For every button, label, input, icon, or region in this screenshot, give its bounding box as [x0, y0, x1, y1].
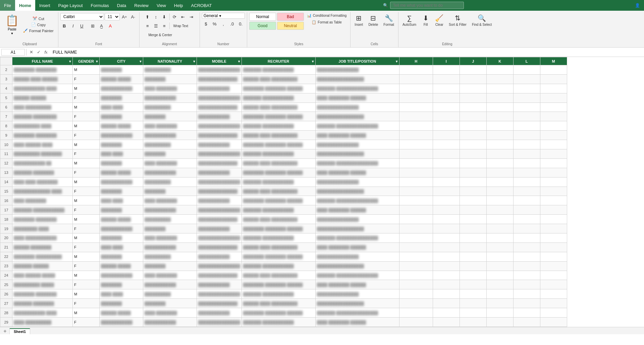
row-number[interactable]: 16 [0, 196, 12, 205]
table-cell[interactable] [460, 196, 486, 205]
table-cell[interactable] [540, 205, 567, 215]
find-select-button[interactable]: 🔍 Find & Select [470, 13, 494, 28]
table-cell[interactable]: ████████████ [197, 252, 242, 261]
table-cell[interactable]: ███████████████ [197, 299, 242, 308]
table-cell[interactable]: ████ ████████████ [12, 233, 73, 243]
table-cell[interactable] [486, 261, 513, 271]
table-cell[interactable] [486, 233, 513, 243]
table-cell[interactable]: ███████ ████████████ [241, 289, 315, 299]
table-cell[interactable]: ███████████████ [197, 215, 242, 224]
row-number[interactable]: 22 [0, 252, 12, 261]
table-cell[interactable]: ████████████ [143, 168, 197, 177]
table-cell[interactable]: ████ ████ [100, 149, 143, 159]
table-cell[interactable]: ████████ [100, 205, 143, 215]
table-cell[interactable] [486, 131, 513, 140]
table-cell[interactable] [460, 280, 486, 289]
table-cell[interactable]: ████████ [100, 112, 143, 121]
table-cell[interactable]: F [73, 243, 100, 252]
table-cell[interactable]: F [73, 112, 100, 121]
table-cell[interactable] [486, 280, 513, 289]
table-cell[interactable]: ████████████ [143, 131, 197, 140]
formula-cancel-icon[interactable]: ✕ [28, 49, 35, 56]
table-cell[interactable]: ████████ [100, 280, 143, 289]
table-cell[interactable] [399, 102, 433, 112]
table-cell[interactable] [486, 224, 513, 233]
table-cell[interactable]: ██████ █████ [100, 261, 143, 271]
table-cell[interactable] [486, 196, 513, 205]
formula-function-icon[interactable]: fx [43, 49, 49, 56]
menu-file[interactable]: File [0, 0, 15, 11]
table-cell[interactable] [540, 299, 567, 308]
table-cell[interactable]: ██████ █████ [100, 168, 143, 177]
col-header-B[interactable]: GENDER ▼ [73, 57, 100, 65]
table-cell[interactable] [433, 233, 460, 243]
table-cell[interactable] [433, 205, 460, 215]
table-cell[interactable] [433, 158, 460, 168]
table-cell[interactable]: ████████████████ [315, 177, 399, 187]
table-cell[interactable]: F [73, 168, 100, 177]
table-cell[interactable] [399, 177, 433, 187]
table-cell[interactable]: ████████████████ [315, 252, 399, 261]
table-cell[interactable]: ███████ ████████████ [241, 177, 315, 187]
table-cell[interactable]: ████ ██████████ [12, 318, 73, 327]
menu-page-layout[interactable]: Page Layout [54, 0, 87, 11]
row-number[interactable]: 26 [0, 289, 12, 299]
table-cell[interactable] [513, 74, 540, 84]
table-cell[interactable] [460, 308, 486, 318]
table-cell[interactable] [486, 215, 513, 224]
table-cell[interactable] [460, 233, 486, 243]
accounting-button[interactable]: $ [202, 20, 210, 28]
table-cell[interactable] [486, 149, 513, 159]
row-number[interactable]: 29 [0, 318, 12, 327]
table-cell[interactable]: ████████████ ██ [12, 158, 73, 168]
table-cell[interactable] [540, 177, 567, 187]
table-cell[interactable] [486, 84, 513, 93]
table-cell[interactable]: ████████████ [197, 84, 242, 93]
table-cell[interactable] [540, 65, 567, 75]
col-header-A[interactable]: FULL NAME ▼ [12, 57, 73, 65]
table-cell[interactable] [399, 158, 433, 168]
table-cell[interactable]: ████████████ [100, 177, 143, 187]
table-cell[interactable] [513, 271, 540, 280]
merge-center-button[interactable]: Merge & Center [144, 31, 177, 39]
table-cell[interactable] [460, 205, 486, 215]
table-cell[interactable]: ████████████████ [197, 318, 242, 327]
table-cell[interactable] [513, 215, 540, 224]
table-cell[interactable] [540, 149, 567, 159]
table-cell[interactable]: ████████ [143, 74, 197, 84]
row-number[interactable]: 23 [0, 261, 12, 271]
table-cell[interactable] [399, 131, 433, 140]
table-cell[interactable] [540, 261, 567, 271]
table-cell[interactable] [433, 252, 460, 261]
table-cell[interactable] [540, 140, 567, 149]
table-cell[interactable]: ██████ ████ ██████████ [241, 131, 315, 140]
table-cell[interactable]: ████████████ [197, 140, 242, 149]
table-cell[interactable]: ████████████ [100, 131, 143, 140]
table-cell[interactable] [399, 112, 433, 121]
table-cell[interactable]: ████████████ [100, 271, 143, 280]
table-cell[interactable]: ███████ ████████████ [241, 149, 315, 159]
table-cell[interactable] [433, 224, 460, 233]
table-cell[interactable] [513, 93, 540, 102]
table-cell[interactable] [460, 187, 486, 196]
table-cell[interactable] [486, 74, 513, 84]
table-cell[interactable]: ███████ ██████ [12, 261, 73, 271]
table-cell[interactable]: M [73, 215, 100, 224]
table-cell[interactable]: ███████ ████████████████ [315, 158, 399, 168]
table-cell[interactable] [513, 289, 540, 299]
table-cell[interactable]: ████ ████████ ██████ [315, 93, 399, 102]
table-cell[interactable] [433, 140, 460, 149]
table-cell[interactable]: ██████████ ████████ [12, 149, 73, 159]
row-number[interactable]: 17 [0, 205, 12, 215]
table-cell[interactable]: ████████ ████████ ██████ [241, 140, 315, 149]
table-cell[interactable]: ████████████████ [315, 215, 399, 224]
table-cell[interactable]: ██████ ██████ [12, 93, 73, 102]
table-cell[interactable] [460, 224, 486, 233]
table-cell[interactable] [486, 112, 513, 121]
table-cell[interactable] [399, 224, 433, 233]
menu-insert[interactable]: Insert [35, 0, 54, 11]
row-number[interactable]: 18 [0, 215, 12, 224]
table-cell[interactable] [460, 140, 486, 149]
table-cell[interactable] [513, 168, 540, 177]
table-cell[interactable]: ████████████████ [197, 177, 242, 187]
